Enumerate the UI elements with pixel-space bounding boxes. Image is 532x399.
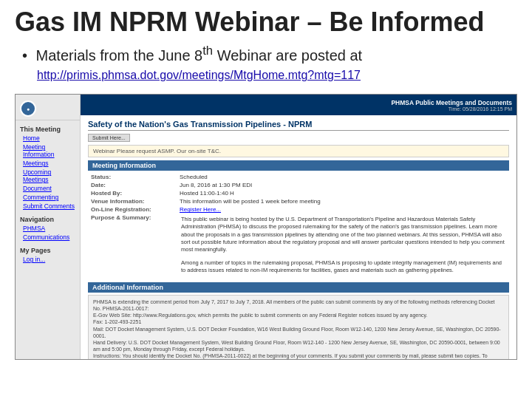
bullet-text: • Materials from the June 8th Webinar ar…	[22, 44, 517, 65]
submit-here-button[interactable]: Submit Here...	[88, 134, 130, 142]
onlinereg-label: On-Line Registration:	[88, 205, 177, 214]
sidebar-link-phmsa[interactable]: PHMSA	[16, 224, 80, 233]
top-bar: PHMSA Public Meetings and Documents Time…	[81, 95, 516, 115]
this-meeting-title: This Meeting	[16, 123, 80, 134]
browser-container: ● This Meeting Home Meeting Information …	[15, 94, 517, 360]
header-section: Gas IM NPRM Webinar – Be Informed • Mate…	[0, 0, 532, 88]
additional-text4: Mail: DOT Docket Management System, U.S.…	[93, 326, 504, 339]
meeting-link[interactable]: http://primis.phmsa.dot.gov/meetings/Mtg…	[37, 69, 517, 82]
page-title: Gas IM NPRM Webinar – Be Informed	[15, 7, 517, 37]
additional-text6: Instructions: You should identify the Do…	[93, 352, 504, 359]
webinar-notice: Webinar Please request ASMP. Our on-site…	[88, 145, 509, 157]
bullet-content: Materials from the June 8th Webinar are …	[36, 47, 363, 64]
action-buttons: Submit Here...	[88, 134, 509, 142]
sidebar-link-document[interactable]: Document	[16, 184, 80, 193]
topbar-title: PHMSA Public Meetings and Documents	[391, 99, 512, 106]
topbar-time: Time: 05/28/2016 12:15 PM	[449, 106, 512, 112]
additional-text5: Hand Delivery: U.S. DOT Docket Managemen…	[93, 339, 504, 352]
left-sidebar: ● This Meeting Home Meeting Information …	[16, 95, 81, 359]
sidebar-link-login[interactable]: Log in...	[16, 255, 80, 264]
table-row-status: Status: Scheduled	[88, 173, 509, 181]
additional-info-content: PHMSA is extending the comment period fr…	[88, 295, 509, 359]
my-pages-section: My Pages Log in...	[16, 245, 80, 264]
venue-label: Venue Information:	[88, 197, 177, 205]
table-row-onlinereg: On-Line Registration: Register Here...	[88, 205, 509, 214]
status-label: Status:	[88, 173, 177, 181]
content-page-title: Safety of the Nation's Gas Transmission …	[88, 120, 509, 131]
onlinereg-value[interactable]: Register Here...	[177, 205, 509, 214]
purpose-text: This public webinar is being hosted by t…	[180, 214, 506, 255]
additional-text2: E-Gov Web Site: http://www.Regulations.g…	[93, 312, 504, 318]
navigation-title: Navigation	[16, 214, 80, 224]
sidebar-link-upcoming[interactable]: Upcoming Meetings	[16, 168, 80, 184]
meeting-info-table: Status: Scheduled Date: Jun 8, 2016 at 1…	[88, 173, 509, 279]
this-meeting-section: This Meeting Home Meeting Information Me…	[16, 123, 80, 211]
date-value: Jun 8, 2016 at 1:30 PM EDI	[177, 181, 509, 189]
sidebar-link-commenting[interactable]: Commenting	[16, 193, 80, 202]
sidebar-link-home[interactable]: Home	[16, 134, 80, 143]
bullet-icon: •	[22, 47, 27, 64]
main-content: PHMSA Public Meetings and Documents Time…	[81, 95, 516, 359]
table-row-date: Date: Jun 8, 2016 at 1:30 PM EDI	[88, 181, 509, 189]
venue-value: This information will be posted 1 week b…	[177, 197, 509, 205]
purpose-value: This public webinar is being hosted by t…	[177, 214, 509, 279]
sidebar-logo-row: ●	[16, 98, 80, 120]
sidebar-link-meetings[interactable]: Meetings	[16, 159, 80, 168]
additional-info-header: Additional Information	[88, 282, 509, 293]
host-value: Hosted 11:00-1:40 H	[177, 189, 509, 197]
top-bar-logo-area: PHMSA Public Meetings and Documents Time…	[391, 99, 512, 112]
browser-inner: ● This Meeting Home Meeting Information …	[16, 95, 516, 359]
page-wrapper: Gas IM NPRM Webinar – Be Informed • Mate…	[0, 0, 532, 360]
status-value: Scheduled	[177, 173, 509, 181]
purpose-label: Purpose & Summary:	[88, 214, 177, 279]
sidebar-link-submit-comments[interactable]: Submit Comments	[16, 202, 80, 211]
navigation-section: Navigation PHMSA Communications	[16, 214, 80, 242]
table-row-host: Hosted By: Hosted 11:00-1:40 H	[88, 189, 509, 197]
date-label: Date:	[88, 181, 177, 189]
purpose-text2: Among a number of topics in the rulemaki…	[180, 258, 506, 276]
meeting-info-header: Meeting Information	[88, 160, 509, 171]
sidebar-link-communications[interactable]: Communications	[16, 233, 80, 242]
table-row-purpose: Purpose & Summary: This public webinar i…	[88, 214, 509, 279]
content-area: Safety of the Nation's Gas Transmission …	[81, 115, 516, 359]
phmsa-logo: ●	[20, 100, 36, 117]
table-row-venue: Venue Information: This information will…	[88, 197, 509, 205]
my-pages-title: My Pages	[16, 245, 80, 255]
additional-text1: PHMSA is extending the comment period fr…	[93, 299, 504, 312]
host-label: Hosted By:	[88, 189, 177, 197]
sidebar-link-meeting-info[interactable]: Meeting Information	[16, 143, 80, 159]
additional-text3: Fax: 1-202-493-2251	[93, 318, 504, 325]
